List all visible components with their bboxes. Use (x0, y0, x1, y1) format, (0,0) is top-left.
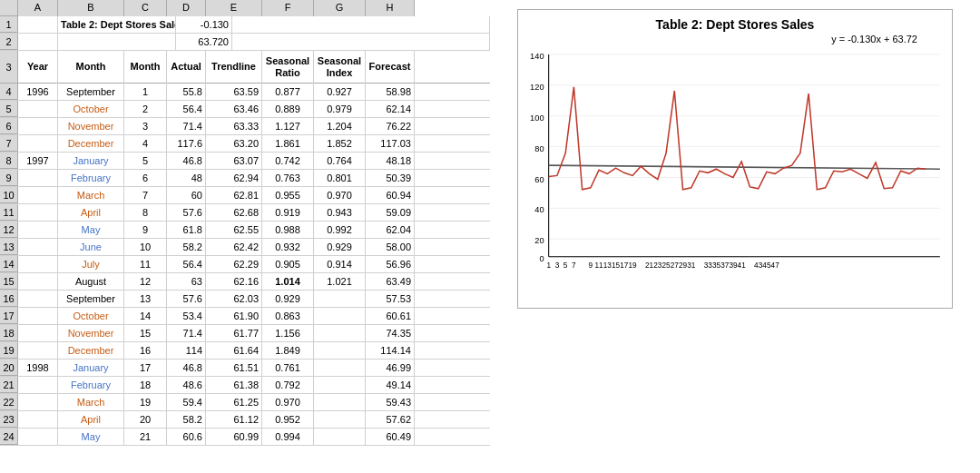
svg-text:47: 47 (771, 261, 780, 270)
col-header-b: B (58, 0, 124, 16)
row-3: 3 Year Month Month Actual Trendline Seas… (0, 51, 490, 84)
row-1: 1 Table 2: Dept Stores Sales -0.130 (0, 16, 490, 34)
col-header-d: D (167, 0, 206, 16)
svg-text:17: 17 (620, 261, 629, 270)
svg-text:33: 33 (704, 261, 713, 270)
spreadsheet-container: A B C D E F G H 1 Table 2: Dept Stores S… (0, 0, 980, 473)
svg-text:20: 20 (534, 236, 544, 245)
col-header-h: H (366, 0, 415, 16)
svg-text:9: 9 (589, 261, 593, 270)
table-row: 7 December 4 117.6 63.20 1.861 1.852 117… (0, 135, 490, 153)
table-row: 22 March 19 59.4 61.25 0.970 59.43 (0, 394, 490, 411)
svg-text:120: 120 (530, 83, 544, 92)
svg-text:37: 37 (720, 261, 730, 270)
svg-text:40: 40 (534, 205, 544, 214)
chart-inner: 140 120 100 80 60 40 20 0 (525, 48, 945, 275)
cell-b2 (58, 34, 176, 50)
chart-box: Table 2: Dept Stores Sales y = -0.130x +… (517, 9, 953, 309)
table-row: 9 February 6 48 62.94 0.763 0.801 50.39 (0, 170, 490, 187)
cell-e2: 63.720 (176, 34, 232, 50)
header-year: Year (18, 51, 58, 84)
svg-text:5: 5 (564, 261, 568, 270)
table-row: 15 August 12 63 62.16 1.014 1.021 63.49 (0, 273, 490, 291)
svg-text:21: 21 (645, 261, 654, 270)
svg-text:13: 13 (603, 261, 612, 270)
corner-cell (0, 0, 18, 16)
svg-text:0: 0 (539, 254, 544, 263)
table-row: 18 November 15 71.4 61.77 1.156 74.35 (0, 325, 490, 342)
svg-text:41: 41 (738, 261, 747, 270)
svg-text:23: 23 (653, 261, 662, 270)
table-row: 14 July 11 56.4 62.29 0.905 0.914 56.96 (0, 256, 490, 273)
row-num-1: 1 (0, 16, 18, 33)
svg-text:100: 100 (530, 113, 544, 123)
cell-e1: -0.130 (176, 16, 232, 33)
header-seasonal-ratio: SeasonalRatio (262, 51, 314, 84)
svg-text:31: 31 (687, 261, 696, 270)
col-header-c: C (124, 0, 167, 16)
cell-a1 (18, 16, 58, 33)
col-header-f: F (262, 0, 314, 16)
header-month-name: Month (58, 51, 124, 84)
chart-svg: 140 120 100 80 60 40 20 0 (525, 48, 945, 275)
col-header-g: G (314, 0, 366, 16)
header-month-num: Month (124, 51, 167, 84)
svg-text:25: 25 (662, 261, 671, 270)
table-row: 10 March 7 60 62.81 0.955 0.970 60.94 (0, 187, 490, 204)
header-forecast: Forecast (366, 51, 415, 84)
table-row: 17 October 14 53.4 61.90 0.863 60.61 (0, 308, 490, 325)
svg-text:11: 11 (595, 261, 604, 270)
table-section: A B C D E F G H 1 Table 2: Dept Stores S… (0, 0, 490, 473)
svg-text:80: 80 (534, 144, 544, 153)
table-row: 12 May 9 61.8 62.55 0.988 0.992 62.04 (0, 222, 490, 239)
svg-text:140: 140 (530, 52, 544, 61)
svg-text:29: 29 (679, 261, 688, 270)
column-headers: A B C D E F G H (0, 0, 490, 16)
row-2: 2 63.720 (0, 34, 490, 51)
col-header-e: E (206, 0, 262, 16)
row-num-3: 3 (0, 51, 18, 84)
svg-text:19: 19 (629, 261, 638, 270)
svg-text:7: 7 (572, 261, 576, 270)
table-row: 19 December 16 114 61.64 1.849 114.14 (0, 342, 490, 360)
svg-text:15: 15 (612, 261, 621, 270)
header-actual: Actual (167, 51, 206, 84)
header-trendline: Trendline (206, 51, 262, 84)
cell-f2 (232, 34, 490, 50)
col-header-a: A (18, 0, 58, 16)
svg-text:43: 43 (754, 261, 763, 270)
cell-f1 (232, 16, 490, 33)
table-row: 11 April 8 57.6 62.68 0.919 0.943 59.09 (0, 204, 490, 222)
table-row: 20 1998 January 17 46.8 61.51 0.761 46.9… (0, 360, 490, 377)
table-row: 24 May 21 60.6 60.99 0.994 60.49 (0, 429, 490, 446)
svg-text:60: 60 (534, 175, 544, 184)
table-row: 4 1996 September 1 55.8 63.59 0.877 0.92… (0, 84, 490, 101)
table-row: 23 April 20 58.2 61.12 0.952 57.62 (0, 411, 490, 429)
chart-section: Table 2: Dept Stores Sales y = -0.130x +… (490, 0, 980, 473)
table-row: 21 February 18 48.6 61.38 0.792 49.14 (0, 377, 490, 394)
chart-equation: y = -0.130x + 63.72 (525, 34, 917, 44)
row-num-2: 2 (0, 34, 18, 50)
table-row: 6 November 3 71.4 63.33 1.127 1.204 76.2… (0, 118, 490, 135)
header-seasonal-index: SeasonalIndex (314, 51, 366, 84)
svg-text:1: 1 (546, 261, 551, 270)
chart-title: Table 2: Dept Stores Sales (525, 17, 945, 32)
table-row: 5 October 2 56.4 63.46 0.889 0.979 62.14 (0, 101, 490, 118)
svg-text:3: 3 (555, 261, 560, 270)
svg-text:45: 45 (762, 261, 771, 270)
table-row: 16 September 13 57.6 62.03 0.929 57.53 (0, 291, 490, 308)
svg-text:35: 35 (712, 261, 721, 270)
svg-text:39: 39 (729, 261, 738, 270)
cell-b1: Table 2: Dept Stores Sales (58, 16, 176, 33)
cell-a2 (18, 34, 58, 50)
table-row: 13 June 10 58.2 62.42 0.932 0.929 58.00 (0, 239, 490, 256)
svg-text:27: 27 (671, 261, 680, 270)
table-row: 8 1997 January 5 46.8 63.07 0.742 0.764 … (0, 153, 490, 170)
